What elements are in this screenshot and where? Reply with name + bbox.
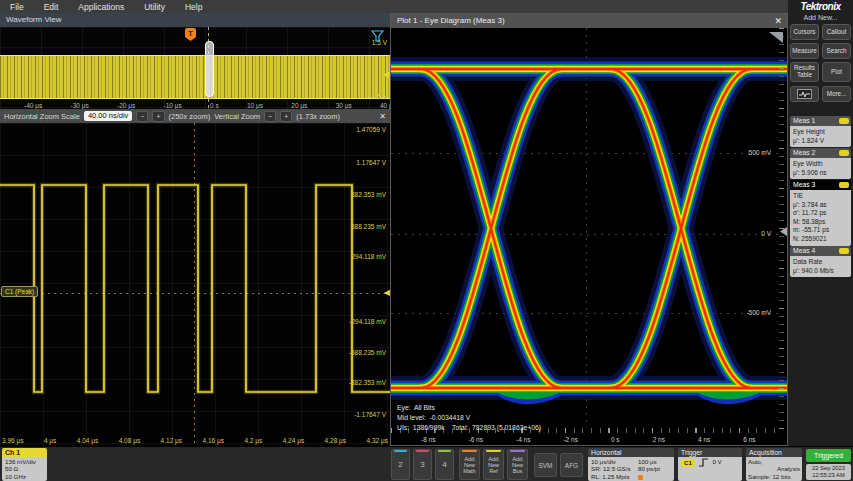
channel3-button[interactable]: 3 [413, 449, 432, 480]
trigger-title: Trigger [678, 448, 742, 457]
menu-help[interactable]: Help [175, 2, 212, 12]
zoom-x-tick-label: 4.12 μs [161, 437, 182, 444]
menu-file[interactable]: File [0, 2, 34, 12]
position-marker-icon [638, 475, 643, 480]
overview-x-tick-label: 30 μs [336, 102, 352, 109]
v-zoom-increase-button[interactable]: + [280, 111, 292, 122]
horizontal-setting: 80 ps/pt [638, 465, 660, 472]
zoom-window-handle[interactable] [205, 41, 214, 97]
more-button[interactable]: More... [822, 86, 851, 102]
trigger-status-button[interactable]: Triggered [806, 449, 851, 462]
zoom-x-tick-label: 4.24 μs [283, 437, 304, 444]
meas-nav-icon[interactable] [839, 182, 849, 188]
overview-bottom-scale-label: -1.5 V [370, 93, 387, 100]
zoom-funnel-icon[interactable] [371, 30, 384, 42]
eye-diagram-plot[interactable]: 500 mV 0 V -500 mV Eye: All Bits Mid lev… [391, 28, 787, 445]
datetime-line: 12:55:23 AM [806, 472, 851, 479]
meas-result-line: Data Rate [793, 258, 848, 267]
meas4-badge[interactable]: Meas 4 Data Rateμ': 940.0 Mb/s [790, 246, 851, 277]
zoom-x-axis: 3.96 μs4 μs4.04 μs4.08 μs4.12 μs4.16 μs4… [2, 437, 388, 444]
eye-diagram-titlebar[interactable]: Plot 1 - Eye Diagram (Meas 3) [391, 14, 787, 28]
overview-x-tick-label: 40 μs [380, 102, 390, 109]
acquisition-sample: Sample: 12 bits [748, 473, 800, 480]
waveform-view-titlebar: Waveform View [0, 13, 390, 27]
channel1-level-marker-icon[interactable]: ◀ [383, 71, 389, 79]
display-settings-button[interactable] [790, 86, 819, 102]
horizontal-setting: 50% [638, 473, 660, 481]
horizontal-zoom-scale-value[interactable]: 40.00 ns/div [84, 111, 132, 121]
meas2-badge[interactable]: Meas 2 Eye Widthμ': 5.906 ns [790, 148, 851, 179]
rising-edge-icon [699, 458, 709, 467]
menu-applications[interactable]: Applications [68, 2, 134, 12]
eye-x-tick-label: 0 s [611, 436, 620, 443]
channel1-name: Ch 1 [2, 448, 47, 457]
meas1-badge[interactable]: Meas 1 Eye Heightμ': 1.824 V [790, 116, 851, 147]
button-label: Search [827, 48, 847, 55]
meas-result-line: μ': 5.906 ns [793, 169, 848, 178]
eye-x-tick-label: -6 ns [468, 436, 482, 443]
svm-button[interactable]: SVM [534, 453, 557, 477]
menu-edit[interactable]: Edit [34, 2, 69, 12]
add-callout-button[interactable]: Callout [822, 24, 851, 40]
v-zoom-decrease-button[interactable]: − [264, 111, 276, 122]
menu-utility[interactable]: Utility [134, 2, 175, 12]
eye-annotation-uis: UIs: 1386/999k Total: 782893 (5.01863e+0… [397, 424, 541, 431]
meas-title: Meas 4 [793, 247, 815, 254]
meas-nav-icon[interactable] [839, 150, 849, 156]
button-label: Plot [831, 69, 842, 76]
zoomed-waveform-plot[interactable]: 1.47059 V 1.17647 V 882.353 mV 588.235 m… [0, 123, 390, 446]
add-new-ref-button[interactable]: AddNewRef [483, 449, 504, 480]
overview-x-tick-label: -10 μs [164, 102, 182, 109]
eye-close-icon[interactable]: ✕ [774, 14, 782, 28]
zoom-y-tick-label: 1.47059 V [356, 126, 386, 133]
eye-diagram-title: Plot 1 - Eye Diagram (Meas 3) [397, 16, 505, 25]
button-label: Results Table [792, 65, 817, 79]
add-search-button[interactable]: Search [822, 43, 851, 59]
button-label: 4 [442, 460, 446, 469]
zoom-x-tick-label: 4.2 μs [244, 437, 262, 444]
trigger-badge[interactable]: Trigger C1 0 V [678, 448, 742, 481]
zoom-y-tick-label: 882.353 mV [351, 191, 386, 198]
overview-x-tick-label: 20 μs [291, 102, 307, 109]
meas-result-line: μ': 1.824 V [793, 137, 848, 146]
channel4-button[interactable]: 4 [435, 449, 454, 480]
button-label-line: New [463, 462, 475, 468]
zoom-close-icon[interactable]: ✕ [379, 112, 386, 121]
meas-nav-icon[interactable] [839, 118, 849, 124]
add-plot-button[interactable]: Plot [822, 62, 851, 82]
meas-result-line: TIE [793, 192, 848, 201]
button-label: Callout [827, 29, 847, 36]
waveform-overview-plot[interactable]: T 1.5 V -1.5 V ◀ -40 μs-30 μs-20 μs-10 μ… [0, 27, 390, 109]
h-zoom-decrease-button[interactable]: − [136, 111, 148, 122]
channel2-button[interactable]: 2 [391, 449, 410, 480]
button-label: Cursors [793, 29, 815, 36]
zoom-y-tick-label: -1.17647 V [354, 411, 386, 418]
add-new-bus-button[interactable]: AddNewBus [507, 449, 528, 480]
add-results-table-button[interactable]: Results Table [790, 62, 819, 82]
meas-nav-icon[interactable] [839, 248, 849, 254]
horizontal-badge[interactable]: Horizontal 10 μs/divSR: 12.5 GS/sRL: 1.2… [588, 448, 674, 481]
vertical-zoom-factor: (1.73x zoom) [296, 112, 340, 121]
acquisition-badge[interactable]: Acquisition Auto, Analysis Sample: 12 bi… [746, 448, 802, 481]
add-new-math-button[interactable]: AddNewMath [459, 449, 480, 480]
overview-waveform-band [0, 55, 390, 99]
add-cursors-button[interactable]: Cursors [790, 24, 819, 40]
oscilloscope-app: File Edit Applications Utility Help Wave… [0, 0, 853, 481]
channel-peak-badge[interactable]: C1 (Peak) [1, 286, 38, 297]
eye-annotation-bits: Eye: All Bits [397, 404, 435, 411]
zoom-y-tick-label: 588.235 mV [351, 223, 386, 230]
horizontal-setting: 100 μs [638, 458, 660, 465]
overview-x-tick-label: -40 μs [24, 102, 42, 109]
datetime-display[interactable]: 22 Sep 202312:55:23 AM [806, 464, 851, 480]
channel1-badge[interactable]: Ch 1 136 mV/div50 Ω10 GHz [2, 448, 47, 481]
eye-y-tick-label: 500 mV [749, 149, 771, 156]
button-label: Measure [792, 48, 817, 55]
afg-button[interactable]: AFG [560, 453, 583, 477]
zoom-y-tick-label: 1.17647 V [356, 159, 386, 166]
eye-x-tick-label: 2 ns [653, 436, 665, 443]
meas3-badge[interactable]: Meas 3 TIEμ': 3.784 asσ': 11.72 psM: 58.… [790, 180, 851, 246]
add-measure-button[interactable]: Measure [790, 43, 819, 59]
h-zoom-increase-button[interactable]: + [152, 111, 164, 122]
zoom-y-tick-label: -588.235 mV [349, 349, 386, 356]
vertical-zoom-label: Vertical Zoom [214, 112, 260, 121]
